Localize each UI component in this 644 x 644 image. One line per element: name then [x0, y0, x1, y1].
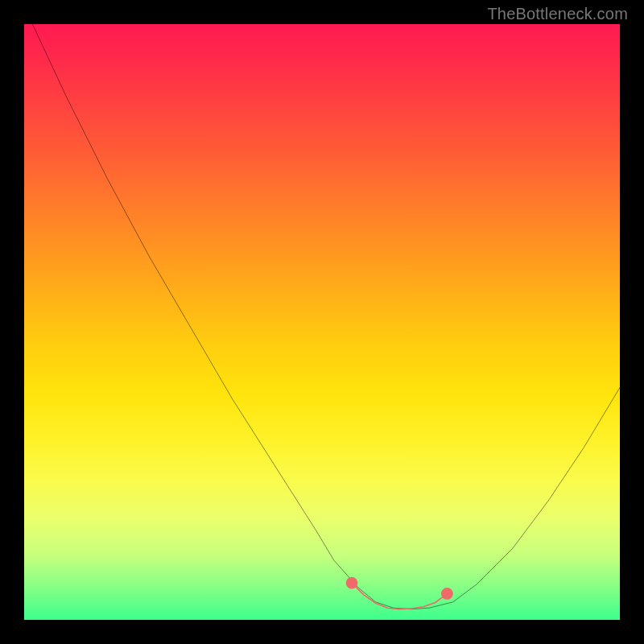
plot-area — [24, 24, 620, 620]
highlight-endpoint-right — [441, 588, 453, 600]
watermark-text: TheBottleneck.com — [487, 5, 628, 23]
chart-stage: TheBottleneck.com — [0, 0, 644, 644]
curve-highlight — [352, 583, 447, 609]
curve-black — [24, 24, 620, 609]
highlight-endpoint-left — [346, 577, 358, 589]
chart-svg — [24, 24, 620, 620]
